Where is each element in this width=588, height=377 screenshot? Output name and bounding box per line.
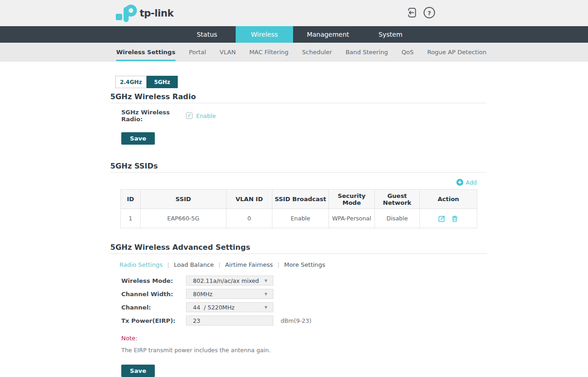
cell-action xyxy=(420,209,477,228)
tx-power-label: Tx Power(EIRP): xyxy=(121,317,186,324)
tab-more-settings[interactable]: More Settings xyxy=(284,261,325,268)
main-nav: Status Wireless Management System xyxy=(0,26,588,43)
subnav-vlan[interactable]: VLAN xyxy=(220,43,236,61)
col-ssid: SSID xyxy=(141,190,226,209)
tx-power-unit: dBm(9-23) xyxy=(281,317,311,324)
advanced-save-button[interactable]: Save xyxy=(121,365,155,377)
ssid-table-row: 1 EAP660-5G 0 Enable WPA-Personal Disabl… xyxy=(121,209,477,228)
cell-guest-network: Disable xyxy=(375,209,420,228)
channel-width-row: Channel Width: 80MHz ▼ xyxy=(121,289,487,299)
page-content: 2.4GHz 5GHz 5GHz Wireless Radio 5GHz Wir… xyxy=(110,76,487,377)
wireless-mode-select[interactable]: 802.11a/n/ac/ax mixed ▼ xyxy=(186,276,273,286)
band-toggle: 2.4GHz 5GHz xyxy=(115,76,178,88)
tab-airtime-fairness[interactable]: Airtime Fairness xyxy=(225,261,273,268)
channel-width-value: 80MHz xyxy=(193,291,265,298)
tab-management[interactable]: Management xyxy=(293,26,363,43)
wireless-mode-value: 802.11a/n/ac/ax mixed xyxy=(193,277,265,284)
divider xyxy=(110,253,487,254)
ssid-table-header-row: ID SSID VLAN ID SSID Broadcast Security … xyxy=(121,190,477,209)
channel-row: Channel: 44 / 5220MHz ▼ xyxy=(121,302,487,312)
col-action: Action xyxy=(420,190,477,209)
wireless-mode-row: Wireless Mode: 802.11a/n/ac/ax mixed ▼ xyxy=(121,276,487,286)
channel-value: 44 / 5220MHz xyxy=(193,304,265,311)
radio-enable-label: 5GHz Wireless Radio: xyxy=(121,109,186,123)
cell-ssid: EAP660-5G xyxy=(141,209,226,228)
ssid-table: ID SSID VLAN ID SSID Broadcast Security … xyxy=(120,189,477,228)
logo-text: tp-link xyxy=(140,8,174,19)
logout-icon[interactable] xyxy=(406,6,418,19)
chevron-down-icon: ▼ xyxy=(265,292,267,296)
tab-status[interactable]: Status xyxy=(178,26,236,43)
tab-system[interactable]: System xyxy=(363,26,418,43)
channel-width-select[interactable]: 80MHz ▼ xyxy=(186,289,273,299)
chevron-down-icon: ▼ xyxy=(265,279,267,283)
channel-label: Channel: xyxy=(121,304,186,311)
col-security-mode: Security Mode xyxy=(329,190,375,209)
col-id: ID xyxy=(121,190,141,209)
col-ssid-broadcast: SSID Broadcast xyxy=(272,190,329,209)
band-5ghz-button[interactable]: 5GHz xyxy=(147,76,178,88)
tplink-logo-icon xyxy=(116,3,138,23)
note-title: Note: xyxy=(121,335,487,342)
subnav-rogue-ap-detection[interactable]: Rogue AP Detection xyxy=(427,43,486,61)
subnav-mac-filtering[interactable]: MAC Filtering xyxy=(249,43,288,61)
subnav-qos[interactable]: QoS xyxy=(401,43,413,61)
channel-width-label: Channel Width: xyxy=(121,291,186,298)
advanced-section-title: 5GHz Wireless Advanced Settings xyxy=(110,243,487,252)
subnav-portal[interactable]: Portal xyxy=(189,43,206,61)
sub-nav: Wireless Settings Portal VLAN MAC Filter… xyxy=(0,43,588,62)
cell-id: 1 xyxy=(121,209,141,228)
col-guest-network: Guest Network xyxy=(375,190,420,209)
plus-circle-icon xyxy=(456,179,464,186)
note-text: The EIRP transmit power includes the ant… xyxy=(121,347,487,353)
tab-load-balance[interactable]: Load Balance xyxy=(174,261,214,268)
tab-wireless[interactable]: Wireless xyxy=(236,26,293,43)
subnav-wireless-settings[interactable]: Wireless Settings xyxy=(116,43,175,61)
radio-enable-row: 5GHz Wireless Radio: ✓ Enable xyxy=(121,112,487,119)
wireless-mode-label: Wireless Mode: xyxy=(121,277,186,284)
tab-separator: | xyxy=(277,261,279,268)
col-vlan-id: VLAN ID xyxy=(226,190,272,209)
edit-icon[interactable] xyxy=(438,215,446,222)
chevron-down-icon: ▼ xyxy=(265,305,267,309)
add-ssid-button[interactable]: Add xyxy=(110,178,487,186)
cell-ssid-broadcast: Enable xyxy=(272,209,329,228)
radio-enable-checkbox-label: Enable xyxy=(196,113,216,119)
tx-power-input[interactable] xyxy=(186,315,273,326)
cell-vlan-id: 0 xyxy=(226,209,272,228)
divider xyxy=(110,103,487,103)
help-icon[interactable]: ? xyxy=(423,6,435,19)
subnav-band-steering[interactable]: Band Steering xyxy=(345,43,388,61)
channel-select[interactable]: 44 / 5220MHz ▼ xyxy=(186,302,273,312)
tab-separator: | xyxy=(167,261,169,268)
divider xyxy=(110,172,487,173)
radio-enable-checkbox[interactable]: ✓ xyxy=(186,113,192,119)
delete-icon[interactable] xyxy=(451,215,458,222)
band-2_4ghz-button[interactable]: 2.4GHz xyxy=(115,76,147,88)
tplink-logo: tp-link xyxy=(116,3,174,23)
radio-save-button[interactable]: Save xyxy=(121,132,155,145)
radio-section-title: 5GHz Wireless Radio xyxy=(110,92,487,101)
add-ssid-label: Add xyxy=(466,179,477,186)
tab-separator: | xyxy=(219,261,220,268)
tab-radio-settings[interactable]: Radio Settings xyxy=(119,261,163,268)
advanced-tabs: Radio Settings | Load Balance | Airtime … xyxy=(119,261,487,268)
svg-text:?: ? xyxy=(428,10,431,17)
app-header: tp-link ? xyxy=(0,0,588,26)
subnav-scheduler[interactable]: Scheduler xyxy=(302,43,332,61)
advanced-form: Wireless Mode: 802.11a/n/ac/ax mixed ▼ C… xyxy=(110,276,487,326)
cell-security-mode: WPA-Personal xyxy=(329,209,375,228)
ssids-section-title: 5GHz SSIDs xyxy=(110,162,487,171)
tx-power-row: Tx Power(EIRP): dBm(9-23) xyxy=(121,315,487,326)
